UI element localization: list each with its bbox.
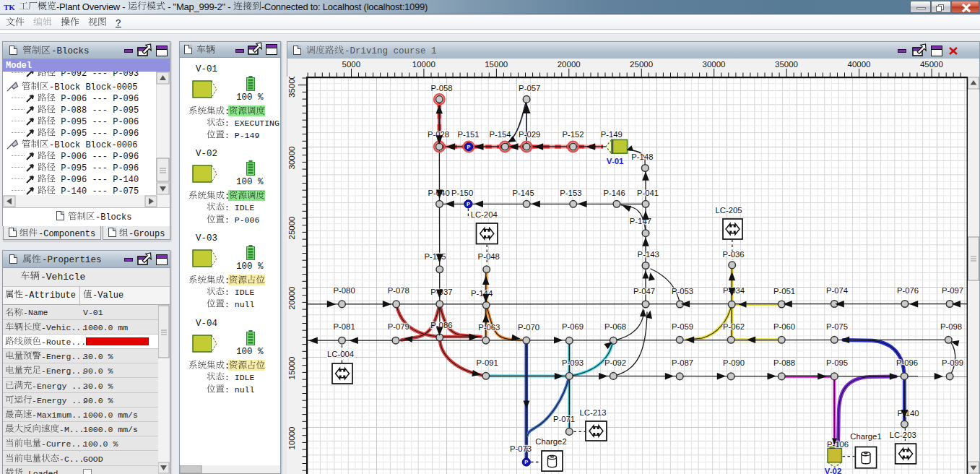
- svg-text:P-087: P-087: [672, 358, 693, 367]
- svg-text:P: P: [467, 144, 471, 150]
- svg-text:P-069: P-069: [562, 322, 584, 331]
- svg-text:35000: 35000: [775, 60, 798, 69]
- svg-text:P-106: P-106: [827, 440, 849, 449]
- svg-text:P: P: [467, 201, 470, 207]
- svg-text:P-092: P-092: [604, 358, 626, 367]
- svg-text:P-150: P-150: [451, 189, 473, 197]
- svg-text:P-097: P-097: [942, 286, 963, 295]
- svg-text:P-078: P-078: [388, 286, 409, 295]
- svg-text:P-060: P-060: [773, 322, 795, 331]
- svg-text:P-098: P-098: [940, 322, 962, 331]
- svg-text:5000: 5000: [342, 60, 361, 69]
- svg-text:P-059: P-059: [672, 322, 693, 331]
- svg-text:15000: 15000: [287, 357, 296, 380]
- svg-text:P-041: P-041: [637, 189, 659, 197]
- svg-text:LC-204: LC-204: [471, 210, 498, 219]
- svg-text:P-062: P-062: [723, 322, 745, 331]
- svg-text:P-073: P-073: [510, 444, 532, 453]
- svg-text:LC-203: LC-203: [890, 431, 916, 439]
- svg-text:TK: TK: [4, 3, 15, 12]
- svg-text:P-036: P-036: [722, 250, 744, 259]
- svg-text:LC-205: LC-205: [715, 206, 742, 215]
- svg-text:P-053: P-053: [672, 287, 693, 296]
- svg-text:V-02: V-02: [825, 467, 842, 474]
- svg-text:P-048: P-048: [478, 252, 500, 261]
- svg-text:P-075: P-075: [826, 322, 848, 331]
- svg-text:P-093: P-093: [562, 358, 584, 367]
- svg-text:P-140: P-140: [897, 409, 919, 418]
- svg-text:20000: 20000: [558, 60, 581, 69]
- svg-text:35000: 35000: [287, 77, 296, 98]
- svg-text:P-143: P-143: [638, 250, 659, 259]
- svg-text:P-088: P-088: [773, 358, 795, 367]
- svg-text:P-051: P-051: [773, 287, 795, 296]
- svg-text:P-096: P-096: [896, 358, 918, 367]
- svg-text:V-01: V-01: [607, 157, 624, 165]
- svg-text:20000: 20000: [287, 287, 296, 310]
- svg-text:P-029: P-029: [519, 130, 540, 139]
- svg-text:P-148: P-148: [631, 152, 653, 161]
- svg-text:P-149: P-149: [601, 130, 623, 139]
- svg-text:P-058: P-058: [430, 84, 452, 92]
- svg-text:45000: 45000: [920, 60, 943, 69]
- svg-text:P-145: P-145: [513, 189, 534, 197]
- svg-text:25000: 25000: [287, 217, 296, 240]
- svg-text:P-076: P-076: [897, 286, 919, 295]
- svg-text:P-091: P-091: [477, 358, 498, 367]
- svg-text:P-095: P-095: [826, 358, 848, 367]
- svg-text:P-074: P-074: [826, 286, 848, 295]
- svg-text:P-154: P-154: [489, 130, 511, 139]
- svg-text:P-153: P-153: [560, 189, 581, 197]
- svg-text:P-068: P-068: [604, 322, 626, 331]
- svg-text:P-146: P-146: [604, 189, 625, 197]
- svg-text:15000: 15000: [485, 60, 508, 69]
- svg-text:P-071: P-071: [553, 415, 575, 423]
- svg-text:P-155: P-155: [424, 252, 446, 261]
- svg-text:40000: 40000: [848, 60, 871, 69]
- svg-text:30000: 30000: [287, 147, 296, 170]
- svg-text:P-081: P-081: [334, 322, 355, 331]
- svg-text:30000: 30000: [703, 60, 726, 69]
- svg-text:P-099: P-099: [942, 358, 963, 367]
- svg-text:P-152: P-152: [562, 130, 584, 139]
- svg-text:P-047: P-047: [633, 287, 655, 296]
- svg-text:10000: 10000: [412, 60, 435, 69]
- svg-text:25000: 25000: [630, 60, 653, 69]
- svg-text:LC-213: LC-213: [579, 408, 606, 417]
- svg-text:P-063: P-063: [478, 323, 500, 332]
- svg-text:P-079: P-079: [388, 322, 409, 331]
- svg-text:P-070: P-070: [518, 323, 539, 332]
- svg-text:Charge1: Charge1: [850, 432, 881, 441]
- svg-text:P-090: P-090: [723, 358, 745, 367]
- svg-text:10000: 10000: [287, 427, 296, 450]
- svg-text:P: P: [524, 459, 528, 465]
- svg-text:LC-004: LC-004: [327, 350, 354, 358]
- svg-text:Charge2: Charge2: [535, 437, 566, 446]
- svg-text:P-151: P-151: [457, 130, 479, 139]
- svg-text:P-144: P-144: [471, 289, 493, 298]
- svg-text:P-057: P-057: [519, 84, 540, 92]
- svg-text:P-080: P-080: [334, 286, 355, 295]
